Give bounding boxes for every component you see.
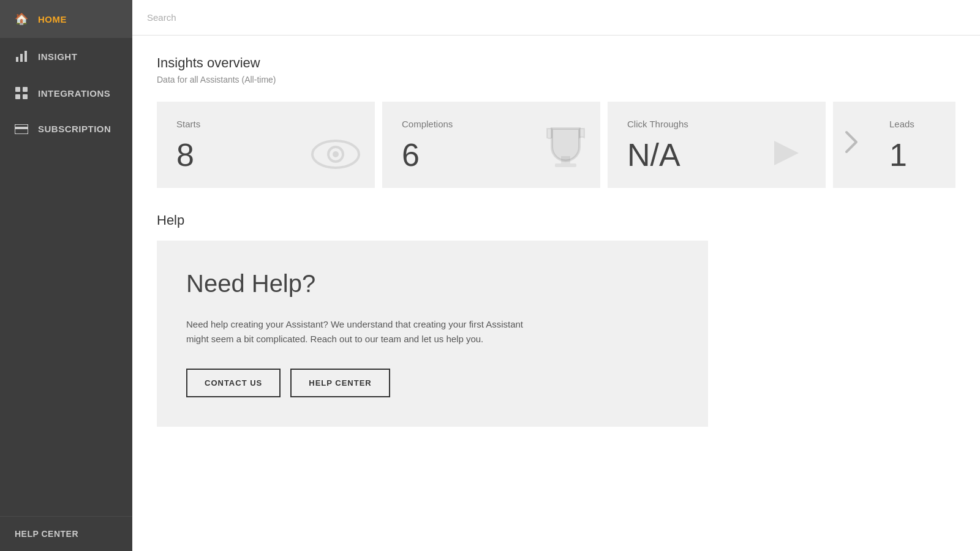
- metrics-row: Starts 8 Completions 6: [157, 102, 956, 188]
- main-content: Insights overview Data for all Assistant…: [132, 0, 980, 551]
- search-container: [132, 0, 980, 36]
- svg-rect-2: [24, 51, 27, 62]
- svg-marker-14: [774, 141, 799, 165]
- trophy-icon: [546, 126, 586, 178]
- help-card-text: Need help creating your Assistant? We un…: [186, 317, 529, 347]
- eye-icon: [311, 134, 360, 178]
- subscription-icon: [15, 124, 28, 134]
- metric-card-click-throughs: Click Throughs N/A: [608, 102, 826, 188]
- sidebar-help-center-label: HELP CENTER: [15, 529, 78, 539]
- content-area: Insights overview Data for all Assistant…: [132, 36, 980, 551]
- svg-rect-12: [561, 156, 570, 163]
- sidebar-help-center[interactable]: HELP CENTER: [0, 516, 132, 551]
- sidebar-item-integrations-label: INTEGRATIONS: [38, 88, 110, 99]
- help-card: Need Help? Need help creating your Assis…: [157, 241, 708, 427]
- metric-card-starts: Starts 8: [157, 102, 375, 188]
- insights-subtitle: Data for all Assistants (All-time): [157, 75, 956, 84]
- svg-rect-4: [23, 87, 28, 92]
- integrations-icon: [15, 87, 28, 99]
- sidebar-item-insight-label: INSIGHT: [38, 51, 77, 62]
- help-buttons: CONTACT US HELP CENTER: [186, 369, 679, 397]
- contact-us-button[interactable]: CONTACT US: [186, 369, 281, 397]
- leads-label: Leads: [889, 119, 936, 129]
- sidebar-item-subscription-label: SUBSCRIPTION: [38, 124, 111, 134]
- arrow-right-icon: [768, 134, 811, 178]
- help-center-button[interactable]: HELP CENTER: [290, 369, 390, 397]
- svg-rect-0: [16, 57, 18, 62]
- svg-point-11: [333, 151, 339, 157]
- sidebar: 🏠 HOME INSIGHT INTEGRATIONS: [0, 0, 132, 551]
- sidebar-item-home[interactable]: 🏠 HOME: [0, 0, 132, 38]
- chevron-right-icon: [844, 130, 859, 160]
- metric-card-leads: Leads 1: [870, 102, 956, 188]
- svg-rect-6: [23, 94, 28, 99]
- svg-rect-5: [15, 94, 20, 99]
- leads-value: 1: [889, 139, 936, 171]
- starts-label: Starts: [176, 119, 355, 129]
- insight-icon: [15, 50, 28, 62]
- insights-title: Insights overview: [157, 55, 956, 71]
- home-icon: 🏠: [15, 12, 28, 26]
- search-input[interactable]: [132, 0, 980, 35]
- svg-rect-13: [555, 163, 576, 167]
- help-card-title: Need Help?: [186, 270, 679, 298]
- sidebar-item-insight[interactable]: INSIGHT: [0, 38, 132, 75]
- metrics-next-arrow[interactable]: [833, 102, 870, 188]
- svg-rect-1: [20, 54, 23, 62]
- sidebar-item-integrations[interactable]: INTEGRATIONS: [0, 75, 132, 111]
- svg-rect-8: [15, 127, 28, 129]
- click-throughs-label: Click Throughs: [627, 119, 806, 129]
- sidebar-item-home-label: HOME: [38, 14, 67, 24]
- help-section-title: Help: [157, 212, 956, 228]
- metric-card-completions: Completions 6: [382, 102, 600, 188]
- svg-rect-3: [15, 87, 20, 92]
- sidebar-item-subscription[interactable]: SUBSCRIPTION: [0, 111, 132, 146]
